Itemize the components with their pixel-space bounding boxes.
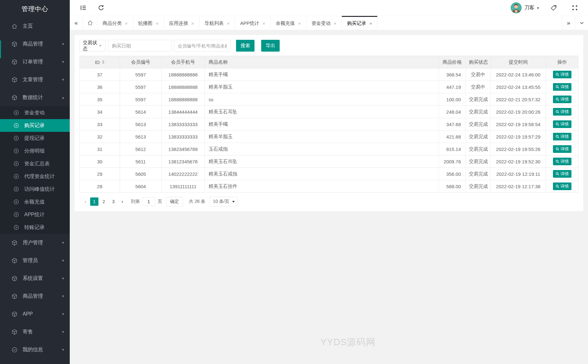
tab[interactable]: 导航列表 × bbox=[199, 16, 235, 30]
cell-price: 347.68 bbox=[439, 118, 466, 131]
cell-product: ss bbox=[205, 93, 439, 106]
tab[interactable]: 轮播图 × bbox=[133, 16, 164, 30]
sidebar-item[interactable]: 数据统计 ▴ bbox=[0, 89, 70, 106]
cell-status: 交易完成 bbox=[466, 106, 491, 118]
detail-button[interactable]: 详情 bbox=[553, 96, 571, 103]
tab[interactable]: 资金变动 × bbox=[306, 16, 342, 30]
goto-page-input[interactable] bbox=[142, 197, 155, 206]
close-icon[interactable]: × bbox=[156, 21, 159, 26]
keyword-input[interactable] bbox=[174, 40, 231, 52]
sidebar-item[interactable]: 用户管理 ▾ bbox=[0, 234, 70, 252]
sidebar-subitem[interactable]: 分佣明细 bbox=[0, 145, 70, 157]
tabs-scroll-left-button[interactable]: « bbox=[70, 16, 83, 30]
export-button[interactable]: 导出 bbox=[261, 40, 280, 52]
tab[interactable]: 购买记录 × bbox=[342, 16, 377, 30]
close-icon[interactable]: × bbox=[298, 21, 301, 26]
cube-icon bbox=[11, 41, 18, 47]
per-page-value: 10 条/页 bbox=[213, 199, 229, 204]
sidebar-item[interactable]: 主页 bbox=[0, 17, 70, 35]
sidebar-subitem[interactable]: 资金变动 bbox=[0, 106, 70, 119]
trade-status-select-value: 交易状态 bbox=[83, 40, 99, 52]
sidebar-scrollbar-thumb[interactable] bbox=[0, 40, 1, 58]
cell-price: 421.88 bbox=[439, 131, 466, 143]
next-page-button[interactable]: › bbox=[118, 197, 126, 206]
sidebar-item[interactable]: APP ▾ bbox=[0, 305, 70, 323]
close-icon[interactable]: × bbox=[262, 21, 265, 26]
sidebar-subitem[interactable]: 提现记录 bbox=[0, 132, 70, 145]
prev-page-button[interactable]: ‹ bbox=[81, 197, 90, 206]
sidebar-subitem[interactable]: 资金汇总表 bbox=[0, 157, 70, 170]
close-icon[interactable]: × bbox=[125, 21, 128, 26]
tab[interactable]: 商品分类 × bbox=[97, 16, 133, 30]
cell-phone: 18888888888 bbox=[161, 81, 205, 93]
chevron-down-icon bbox=[232, 201, 235, 203]
detail-button[interactable]: 详情 bbox=[553, 170, 571, 178]
sidebar-item[interactable]: 管理员 ▾ bbox=[0, 252, 70, 269]
detail-button[interactable]: 详情 bbox=[553, 158, 571, 165]
sidebar-subitem[interactable]: 转账记录 bbox=[0, 221, 70, 234]
sidebar-item[interactable]: 我的信息 ▾ bbox=[0, 341, 70, 359]
page-button[interactable]: 1 bbox=[90, 197, 98, 206]
sidebar-item[interactable]: 订单管理 ▾ bbox=[0, 53, 70, 71]
refresh-button[interactable] bbox=[95, 2, 107, 14]
tab-label: 商品分类 bbox=[103, 20, 122, 26]
tab-home[interactable] bbox=[83, 16, 97, 30]
fullscreen-button[interactable] bbox=[568, 2, 581, 14]
per-page-select[interactable]: 10 条/页 bbox=[210, 197, 238, 206]
table-row: 28 5604 13911111111 精美玉石挂件 588.00 交易完成 2… bbox=[80, 180, 578, 193]
sidebar-subitem[interactable]: 购买记录 bbox=[0, 119, 70, 132]
refresh-icon bbox=[98, 4, 104, 11]
tab[interactable]: APP统计 × bbox=[235, 16, 271, 30]
close-icon[interactable]: × bbox=[334, 21, 337, 26]
detail-button[interactable]: 详情 bbox=[553, 120, 571, 128]
tab-label: 轮播图 bbox=[138, 20, 153, 26]
purchase-date-input[interactable] bbox=[108, 40, 172, 52]
sidebar-subitem[interactable]: APP统计 bbox=[0, 208, 70, 221]
detail-button[interactable]: 详情 bbox=[553, 71, 571, 78]
user-menu[interactable]: 刀客 ▾ bbox=[511, 2, 539, 13]
table-row: 35 5597 18888888888 ss 100.00 交易完成 2022-… bbox=[80, 93, 578, 106]
detail-button[interactable]: 详情 bbox=[553, 145, 571, 153]
page-button[interactable]: 2 bbox=[100, 197, 108, 206]
tabs-scroll-right-button[interactable]: » bbox=[562, 16, 575, 30]
sidebar-subitem[interactable]: 余额充值 bbox=[0, 196, 70, 208]
sidebar-item[interactable]: 寄售 ▾ bbox=[0, 323, 70, 341]
cell-status: 交易完成 bbox=[466, 180, 491, 193]
tab[interactable]: 余额充值 × bbox=[271, 16, 306, 30]
page-button[interactable]: 3 bbox=[109, 197, 118, 206]
trade-status-select[interactable]: 交易状态 bbox=[79, 40, 105, 52]
tab[interactable]: 应用连接 × bbox=[164, 16, 200, 30]
cell-id: 30 bbox=[80, 155, 120, 168]
sidebar-item[interactable]: 商品管理 ▾ bbox=[0, 35, 70, 53]
table-row: 36 5597 18888888888 精美羊脂玉 447.19 交易中 202… bbox=[80, 81, 578, 93]
detail-button[interactable]: 详情 bbox=[553, 133, 571, 140]
sidebar-subitem[interactable]: 访问峰值统计 bbox=[0, 183, 70, 196]
sort-icon[interactable] bbox=[102, 60, 104, 64]
close-icon[interactable]: × bbox=[227, 21, 230, 26]
detail-button[interactable]: 详情 bbox=[553, 182, 571, 190]
close-icon[interactable]: × bbox=[191, 21, 194, 26]
sidebar-item-label: 管理员 bbox=[23, 257, 38, 264]
sidebar-subitem-label: 资金汇总表 bbox=[24, 161, 50, 167]
magnifier-icon bbox=[556, 73, 559, 76]
cell-price: 815.14 bbox=[439, 143, 466, 155]
sidebar-item[interactable]: 商品管理 ▾ bbox=[0, 287, 70, 305]
collapse-sidebar-button[interactable] bbox=[77, 2, 90, 14]
table-header-row: ID 会员编号 会员手机号 商品名称 商品价格 购买状态 提交时间 操作 bbox=[80, 56, 578, 68]
detail-button[interactable]: 详情 bbox=[553, 83, 571, 91]
chevron-down-icon: ▾ bbox=[62, 258, 64, 263]
table-row: 32 5613 13833333333 精美羊脂玉 421.88 交易完成 20… bbox=[80, 131, 578, 143]
table-body: 37 5597 18888888888 精美手镯 368.54 交易中 2022… bbox=[80, 68, 578, 193]
sidebar-item[interactable]: 文章管理 ▾ bbox=[0, 71, 70, 89]
tab-list: 商品分类 × 轮播图 × 应用连接 × 导航列表 × APP统计 × 余额充值 … bbox=[97, 16, 562, 30]
plus-circle-icon bbox=[13, 110, 19, 116]
sidebar-subitem[interactable]: 代理资金统计 bbox=[0, 170, 70, 183]
confirm-button[interactable]: 确定 bbox=[166, 197, 183, 206]
cell-time: 2022-02-19 12:17:38 bbox=[491, 180, 546, 193]
detail-button[interactable]: 详情 bbox=[553, 108, 571, 116]
sidebar-item[interactable]: 系统设置 ▾ bbox=[0, 269, 70, 287]
search-button[interactable]: 搜索 bbox=[236, 40, 255, 52]
tag-button[interactable] bbox=[547, 2, 560, 14]
tabs-menu-button[interactable] bbox=[575, 16, 588, 30]
close-icon[interactable]: × bbox=[369, 21, 372, 26]
